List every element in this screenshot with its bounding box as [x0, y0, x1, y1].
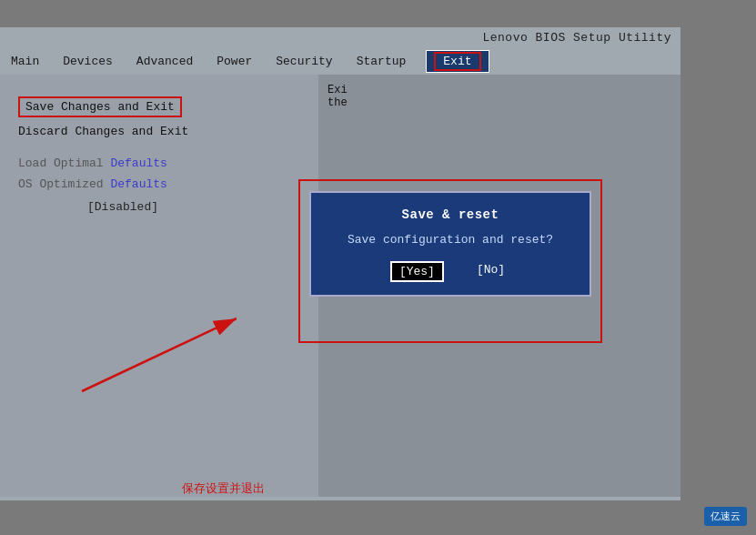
- watermark: 亿速云: [704, 507, 747, 526]
- dialog-no-button[interactable]: [No]: [471, 261, 510, 282]
- svg-line-1: [82, 318, 237, 391]
- menu-security[interactable]: Security: [272, 54, 336, 69]
- annotation-text: 保存设置并退出: [182, 480, 265, 497]
- bios-title: Lenovo BIOS Setup Utility: [482, 31, 671, 45]
- menu-advanced[interactable]: Advanced: [133, 54, 197, 69]
- menu-devices[interactable]: Devices: [59, 54, 116, 69]
- load-optimal-defaults-entry[interactable]: Load Optimal Defaults: [15, 155, 304, 172]
- menu-power[interactable]: Power: [213, 54, 256, 69]
- discard-changes-exit-entry[interactable]: Discard Changes and Exit: [15, 123, 304, 140]
- save-changes-box: Save Changes and Exit: [18, 96, 182, 117]
- right-note-line1: Exi: [328, 84, 671, 96]
- os-optimized-defaults-entry[interactable]: OS Optimized Defaults: [15, 176, 304, 193]
- dialog-yes-button[interactable]: [Yes]: [390, 261, 444, 282]
- save-changes-exit-entry[interactable]: Save Changes and Exit: [15, 95, 304, 119]
- dialog-title: Save & reset: [322, 207, 579, 222]
- menu-main[interactable]: Main: [7, 54, 43, 69]
- bios-menu-bar[interactable]: Main Devices Advanced Power Security Sta…: [0, 48, 680, 75]
- dialog-buttons[interactable]: [Yes] [No]: [322, 261, 579, 282]
- dialog-message: Save configuration and reset?: [322, 233, 579, 247]
- screenshot-container: Lenovo BIOS Setup Utility Main Devices A…: [0, 0, 756, 535]
- right-note-line2: the: [328, 96, 671, 109]
- disabled-value: [Disabled]: [87, 200, 304, 214]
- exit-box: Exit: [434, 52, 480, 71]
- bios-left-panel: Save Changes and Exit Discard Changes an…: [0, 75, 318, 497]
- arrow-annotation: [73, 300, 237, 409]
- dialog-box: Save & reset Save configuration and rese…: [309, 191, 591, 297]
- menu-exit[interactable]: Exit: [426, 50, 489, 73]
- menu-startup[interactable]: Startup: [353, 54, 410, 69]
- bios-title-bar: Lenovo BIOS Setup Utility: [0, 27, 680, 48]
